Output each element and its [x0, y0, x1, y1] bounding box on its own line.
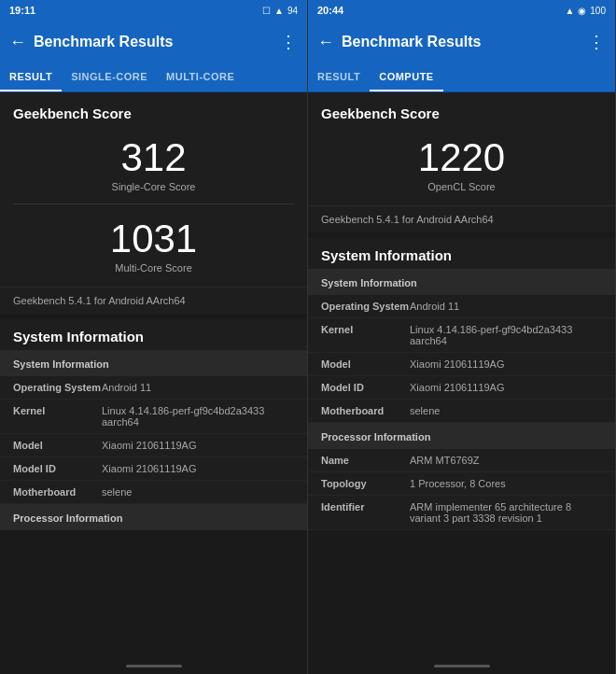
right-value-name: ARM MT6769Z	[410, 455, 602, 466]
left-wifi-icon: ▲	[274, 6, 284, 16]
right-home-bar	[308, 657, 615, 674]
right-tab-result[interactable]: RESULT	[308, 63, 370, 91]
left-row-kernel: Kernel Linux 4.14.186-perf-gf9c4bd2a3433…	[0, 400, 307, 434]
left-tab-multi-core[interactable]: MULTI-CORE	[157, 63, 244, 91]
right-status-bar: 20:44 ▲ ◉ 100	[308, 0, 615, 21]
right-label-identifier: Identifier	[321, 501, 410, 524]
left-row-motherboard: Motherboard selene	[0, 481, 307, 504]
left-score-divider	[13, 204, 294, 204]
right-label-kernel: Kernel	[321, 324, 410, 346]
right-value-kernel: Linux 4.14.186-perf-gf9c4bd2a3433 aarch6…	[410, 324, 602, 346]
left-system-section: System Information System Information Op…	[0, 319, 307, 530]
left-value-kernel: Linux 4.14.186-perf-gf9c4bd2a3433 aarch6…	[102, 405, 294, 428]
right-label-modelid: Model ID	[321, 382, 410, 393]
right-row-kernel: Kernel Linux 4.14.186-perf-gf9c4bd2a3433…	[308, 318, 615, 353]
left-status-time: 19:11	[9, 5, 35, 16]
right-value-modelid: Xiaomi 21061119AG	[410, 382, 602, 393]
left-single-core-score: 312	[13, 136, 294, 179]
left-app-title: Benchmark Results	[34, 34, 173, 50]
right-app-title: Benchmark Results	[342, 34, 481, 50]
right-more-button[interactable]: ⋮	[588, 32, 606, 52]
right-info-header-text: System Information	[321, 277, 417, 288]
left-row-modelid: Model ID Xiaomi 21061119AG	[0, 457, 307, 481]
left-value-model: Xiaomi 21061119AG	[102, 440, 294, 451]
right-status-time: 20:44	[317, 5, 343, 16]
left-geekbench-note: Geekbench 5.4.1 for Android AArch64	[0, 287, 307, 314]
left-content: Geekbench Score 312 Single-Core Score 10…	[0, 92, 307, 657]
left-score-section: Geekbench Score 312 Single-Core Score 10…	[0, 92, 307, 287]
right-record-icon: ▲	[565, 6, 574, 16]
right-tab-compute[interactable]: COMPUTE	[370, 63, 443, 91]
right-tabs: RESULT COMPUTE	[308, 63, 615, 92]
left-status-icons: ☐ ▲ 94	[262, 6, 298, 16]
left-value-os: Android 11	[102, 382, 294, 393]
left-tab-single-core[interactable]: SINGLE-CORE	[62, 63, 157, 91]
left-multi-core-score: 1031	[13, 218, 294, 260]
right-panel: 20:44 ▲ ◉ 100 ← Benchmark Results ⋮ RESU…	[308, 0, 616, 674]
left-app-bar-left: ← Benchmark Results	[9, 33, 173, 52]
right-processor-header: Processor Information	[308, 423, 615, 449]
right-content: Geekbench Score 1220 OpenCL Score Geekbe…	[308, 92, 615, 657]
right-label-name: Name	[321, 455, 410, 466]
right-info-table: System Information Operating System Andr…	[308, 269, 615, 530]
right-row-motherboard: Motherboard selene	[308, 400, 615, 423]
left-sim-icon: ☐	[262, 6, 271, 16]
left-more-button[interactable]: ⋮	[280, 32, 298, 52]
right-info-header: System Information	[308, 269, 615, 295]
right-row-topology: Topology 1 Processor, 8 Cores	[308, 472, 615, 496]
left-single-core-block: 312 Single-Core Score	[13, 131, 294, 196]
right-label-motherboard: Motherboard	[321, 405, 410, 416]
right-row-identifier: Identifier ARM implementer 65 architectu…	[308, 496, 615, 530]
right-opencl-label: OpenCL Score	[321, 181, 602, 192]
right-status-icons: ▲ ◉ 100	[565, 6, 606, 16]
left-home-indicator	[126, 665, 182, 667]
right-label-topology: Topology	[321, 478, 410, 489]
right-system-section: System Information System Information Op…	[308, 238, 615, 530]
right-home-indicator	[434, 665, 490, 667]
left-label-kernel: Kernel	[13, 405, 102, 428]
left-multi-core-label: Multi-Core Score	[13, 262, 294, 274]
right-wifi-icon: ◉	[578, 6, 586, 16]
left-processor-header-text: Processor Information	[13, 513, 122, 524]
left-battery-icon: 94	[287, 6, 298, 16]
left-single-core-label: Single-Core Score	[13, 181, 294, 192]
left-score-title: Geekbench Score	[13, 105, 294, 121]
left-tabs: RESULT SINGLE-CORE MULTI-CORE	[0, 63, 307, 92]
right-row-os: Operating System Android 11	[308, 295, 615, 318]
left-value-motherboard: selene	[102, 486, 294, 498]
left-value-modelid: Xiaomi 21061119AG	[102, 463, 294, 474]
right-back-button[interactable]: ←	[317, 33, 334, 52]
left-info-header: System Information	[0, 350, 307, 376]
left-label-model: Model	[13, 440, 102, 451]
right-opencl-block: 1220 OpenCL Score	[321, 131, 602, 196]
left-processor-header: Processor Information	[0, 504, 307, 530]
right-app-bar: ← Benchmark Results ⋮	[308, 21, 615, 63]
right-value-os: Android 11	[410, 301, 602, 312]
left-tab-result[interactable]: RESULT	[0, 63, 62, 91]
right-value-model: Xiaomi 21061119AG	[410, 358, 602, 370]
right-app-bar-left: ← Benchmark Results	[317, 33, 481, 52]
left-multi-core-block: 1031 Multi-Core Score	[13, 212, 294, 277]
right-row-name: Name ARM MT6769Z	[308, 449, 615, 472]
left-back-button[interactable]: ←	[9, 33, 26, 52]
right-system-title: System Information	[308, 238, 615, 269]
left-label-modelid: Model ID	[13, 463, 102, 474]
left-row-model: Model Xiaomi 21061119AG	[0, 434, 307, 457]
right-score-title: Geekbench Score	[321, 105, 602, 121]
left-status-bar: 19:11 ☐ ▲ 94	[0, 0, 307, 21]
right-processor-header-text: Processor Information	[321, 431, 430, 442]
right-label-os: Operating System	[321, 301, 410, 312]
left-info-header-text: System Information	[13, 358, 109, 370]
right-row-modelid: Model ID Xiaomi 21061119AG	[308, 376, 615, 400]
right-geekbench-note: Geekbench 5.4.1 for Android AArch64	[308, 205, 615, 232]
left-system-title: System Information	[0, 319, 307, 350]
right-value-topology: 1 Processor, 8 Cores	[410, 478, 602, 489]
right-battery-icon: 100	[590, 6, 606, 16]
right-row-model: Model Xiaomi 21061119AG	[308, 353, 615, 376]
left-label-motherboard: Motherboard	[13, 486, 102, 498]
left-label-os: Operating System	[13, 382, 102, 393]
right-value-motherboard: selene	[410, 405, 602, 416]
right-label-model: Model	[321, 358, 410, 370]
left-row-os: Operating System Android 11	[0, 376, 307, 400]
right-opencl-score: 1220	[321, 136, 602, 179]
